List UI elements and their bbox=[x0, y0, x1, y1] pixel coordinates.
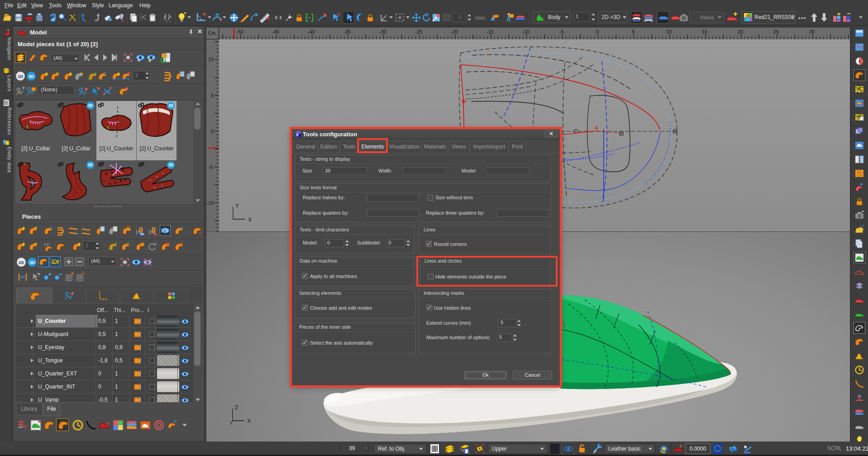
svg-text:0: 0 bbox=[211, 129, 214, 134]
svg-text:15: 15 bbox=[702, 29, 707, 34]
svg-text:-5: -5 bbox=[559, 29, 564, 34]
svg-text:S: S bbox=[679, 444, 682, 448]
svg-text:-50: -50 bbox=[236, 29, 243, 34]
svg-text:X: X bbox=[248, 216, 252, 223]
svg-text:20: 20 bbox=[738, 29, 743, 34]
svg-text:-35: -35 bbox=[343, 29, 351, 34]
svg-text:Y: Y bbox=[235, 203, 239, 209]
svg-text:0: 0 bbox=[596, 29, 599, 34]
svg-text:-10: -10 bbox=[206, 200, 214, 206]
svg-text:Y: Y bbox=[230, 421, 233, 426]
svg-text:-25: -25 bbox=[415, 29, 422, 34]
svg-text:25: 25 bbox=[773, 29, 779, 34]
svg-text:10: 10 bbox=[666, 29, 672, 34]
svg-text:-45: -45 bbox=[272, 29, 279, 34]
svg-text:-10: -10 bbox=[522, 29, 529, 34]
svg-text:-20: -20 bbox=[451, 29, 458, 34]
svg-text:-5: -5 bbox=[208, 164, 213, 170]
svg-text:X: X bbox=[247, 418, 251, 424]
svg-text:-40: -40 bbox=[308, 29, 315, 34]
svg-text:S: S bbox=[163, 15, 166, 19]
svg-text:1,2..: 1,2.. bbox=[44, 242, 51, 246]
svg-text:5: 5 bbox=[211, 93, 214, 98]
svg-text:0: 0 bbox=[163, 229, 166, 233]
svg-text:S: S bbox=[169, 15, 172, 19]
svg-text:30: 30 bbox=[809, 29, 815, 34]
svg-text:-15: -15 bbox=[486, 29, 494, 34]
svg-text:5: 5 bbox=[632, 29, 634, 34]
svg-text:10: 10 bbox=[208, 57, 214, 62]
svg-text:Z: Z bbox=[235, 404, 238, 411]
svg-text:-30: -30 bbox=[379, 29, 386, 34]
